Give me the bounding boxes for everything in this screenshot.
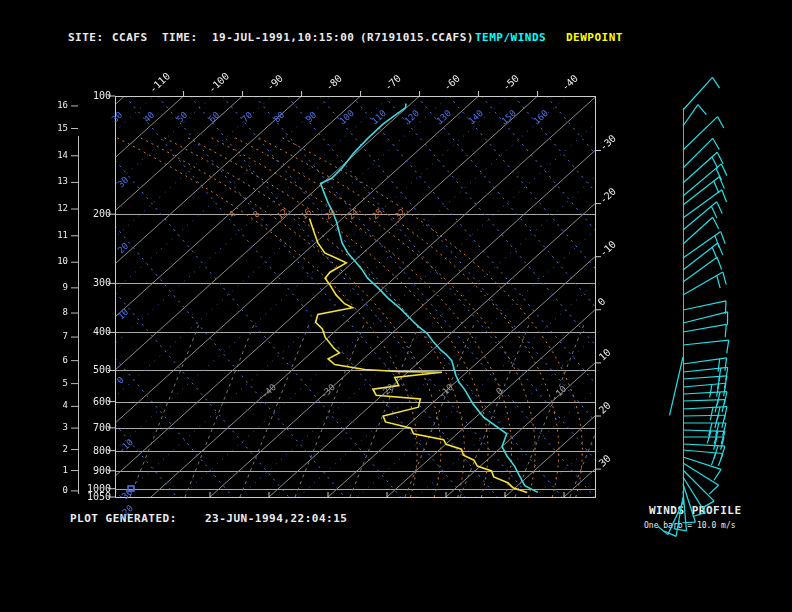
pressure-tick-label: 700 — [77, 423, 111, 433]
pressure-tick-label: 300 — [77, 278, 111, 288]
pressure-tick-label: 200 — [77, 209, 111, 219]
pressure-tick-label: 400 — [77, 327, 111, 337]
pressure-tick-label: 900 — [77, 466, 111, 476]
height-km-tick-label: 1 — [44, 466, 68, 475]
height-km-tick-label: 4 — [44, 401, 68, 410]
height-km-tick-label: 15 — [44, 124, 68, 133]
height-km-tick-label: 5 — [44, 379, 68, 388]
height-km-tick-label: 9 — [44, 283, 68, 292]
skewt-screen: { "header": { "site_label": "SITE:", "si… — [0, 0, 792, 612]
height-km-tick-label: 14 — [44, 151, 68, 160]
pressure-tick-label: 500 — [77, 365, 111, 375]
skewt-canvas — [0, 0, 792, 612]
pressure-tick-label: 600 — [77, 397, 111, 407]
pressure-tick-label: 800 — [77, 446, 111, 456]
height-km-tick-label: 0 — [44, 486, 68, 495]
height-km-tick-label: 16 — [44, 101, 68, 110]
height-km-tick-label: 7 — [44, 332, 68, 341]
height-km-tick-label: 3 — [44, 423, 68, 432]
height-km-tick-label: 8 — [44, 308, 68, 317]
height-km-tick-label: 10 — [44, 257, 68, 266]
height-km-tick-label: 13 — [44, 177, 68, 186]
height-km-tick-label: 6 — [44, 356, 68, 365]
height-km-tick-label: 12 — [44, 204, 68, 213]
height-km-tick-label: 2 — [44, 445, 68, 454]
pressure-tick-label: 1050 — [77, 492, 111, 502]
height-km-tick-label: 11 — [44, 231, 68, 240]
pressure-tick-label: 100 — [77, 91, 111, 101]
